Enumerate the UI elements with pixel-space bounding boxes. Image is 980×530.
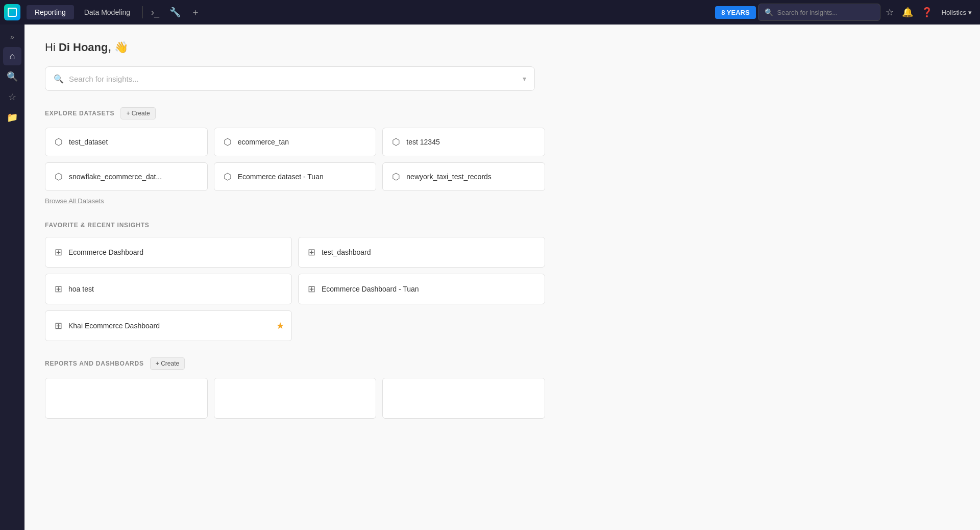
sidebar-item-collections[interactable]: 📁 [3, 108, 21, 127]
star-icon[interactable]: ☆ [883, 5, 897, 20]
reports-dashboards-section: REPORTS AND DASHBOARDS + Create [45, 357, 545, 419]
reports-dashboards-title: REPORTS AND DASHBOARDS [45, 360, 144, 367]
dataset-card-5[interactable]: ⬡ Ecommerce dataset - Tuan [214, 162, 377, 191]
insight-name-2: test_dashboard [322, 248, 371, 256]
main-search-input[interactable] [69, 75, 518, 83]
sidebar-item-favorites[interactable]: ☆ [3, 88, 21, 106]
sidebar-expand-btn[interactable]: » [6, 29, 18, 45]
insight-star-5: ★ [276, 320, 284, 331]
insight-name-1: Ecommerce Dashboard [68, 248, 143, 256]
reports-dashboards-header: REPORTS AND DASHBOARDS + Create [45, 357, 545, 370]
insight-name-4: Ecommerce Dashboard - Tuan [322, 285, 419, 293]
browse-all-datasets-link[interactable]: Browse All Datasets [45, 197, 104, 205]
insight-name-3: hoa test [68, 285, 94, 293]
logo[interactable] [4, 4, 20, 20]
top-search-icon: 🔍 [765, 8, 773, 16]
dataset-card-6[interactable]: ⬡ newyork_taxi_test_records [382, 162, 545, 191]
nav-tab-data-modeling[interactable]: Data Modeling [76, 5, 138, 19]
years-badge[interactable]: 8 YEARS [715, 6, 755, 19]
insight-card-2[interactable]: ⊞ test_dashboard [298, 237, 545, 268]
main-search-bar[interactable]: 🔍 ▾ [45, 66, 535, 91]
main-layout: » ⌂ 🔍 ☆ 📁 Hi Di Hoang, 👋 🔍 ▾ EXPLORE DAT… [0, 25, 980, 530]
insight-card-5[interactable]: ⊞ Khai Ecommerce Dashboard ★ [45, 310, 292, 341]
main-search-icon: 🔍 [54, 74, 64, 84]
main-content: Hi Di Hoang, 👋 🔍 ▾ EXPLORE DATASETS + Cr… [24, 25, 980, 530]
dataset-icon-5: ⬡ [224, 171, 232, 182]
insight-card-3[interactable]: ⊞ hoa test [45, 274, 292, 304]
dataset-card-4[interactable]: ⬡ snowflake_ecommerce_dat... [45, 162, 208, 191]
report-card-3[interactable] [382, 378, 545, 419]
reports-grid [45, 378, 545, 419]
greeting-username: Di Hoang, [59, 41, 111, 54]
report-card-1[interactable] [45, 378, 208, 419]
dataset-card-3[interactable]: ⬡ test 12345 [382, 128, 545, 156]
dataset-icon-2: ⬡ [224, 136, 232, 148]
wrench-icon[interactable]: 🔧 [165, 4, 185, 21]
insight-card-4[interactable]: ⊞ Ecommerce Dashboard - Tuan [298, 274, 545, 304]
insight-icon-4: ⊞ [308, 283, 315, 295]
explore-datasets-section: EXPLORE DATASETS + Create ⬡ test_dataset… [45, 107, 545, 205]
logo-icon [8, 8, 17, 17]
dataset-name-3: test 12345 [406, 138, 439, 146]
create-dataset-button[interactable]: + Create [120, 107, 155, 119]
dataset-grid: ⬡ test_dataset ⬡ ecommerce_tan ⬡ test 12… [45, 128, 545, 191]
dataset-name-2: ecommerce_tan [238, 138, 289, 146]
report-card-2[interactable] [214, 378, 377, 419]
insight-icon-3: ⊞ [55, 283, 62, 295]
dataset-icon-4: ⬡ [55, 171, 63, 182]
insight-name-5: Khai Ecommerce Dashboard [68, 322, 160, 330]
greeting-emoji: 👋 [114, 41, 128, 54]
dataset-card-1[interactable]: ⬡ test_dataset [45, 128, 208, 156]
user-menu-chevron: ▾ [968, 9, 972, 16]
dataset-icon-6: ⬡ [392, 171, 400, 182]
dataset-card-2[interactable]: ⬡ ecommerce_tan [214, 128, 377, 156]
dataset-name-6: newyork_taxi_test_records [406, 173, 492, 181]
explore-datasets-header: EXPLORE DATASETS + Create [45, 107, 545, 119]
favorite-recent-section: FAVORITE & RECENT INSIGHTS ⊞ Ecommerce D… [45, 222, 545, 341]
favorite-recent-header: FAVORITE & RECENT INSIGHTS [45, 222, 545, 229]
sidebar-item-search[interactable]: 🔍 [3, 67, 21, 86]
sidebar: » ⌂ 🔍 ☆ 📁 [0, 25, 24, 530]
top-search-input[interactable] [777, 9, 874, 16]
insight-card-1[interactable]: ⊞ Ecommerce Dashboard [45, 237, 292, 268]
insight-icon-2: ⊞ [308, 247, 315, 258]
favorite-recent-title: FAVORITE & RECENT INSIGHTS [45, 222, 150, 229]
top-search-bar[interactable]: 🔍 [758, 4, 880, 21]
dataset-icon-3: ⬡ [392, 136, 400, 148]
sidebar-item-home[interactable]: ⌂ [3, 47, 21, 65]
help-icon[interactable]: ❓ [918, 5, 936, 20]
user-name-label: Holistics [942, 9, 966, 16]
insight-icon-5: ⊞ [55, 320, 62, 331]
search-dropdown-arrow[interactable]: ▾ [523, 75, 526, 83]
insight-icon-1: ⊞ [55, 247, 62, 258]
bell-icon[interactable]: 🔔 [899, 5, 916, 20]
dataset-name-5: Ecommerce dataset - Tuan [238, 173, 324, 181]
user-menu[interactable]: Holistics ▾ [938, 7, 976, 18]
dataset-name-1: test_dataset [69, 138, 108, 146]
create-report-button[interactable]: + Create [150, 357, 185, 370]
dataset-name-4: snowflake_ecommerce_dat... [69, 173, 162, 181]
greeting-text: Hi Di Hoang, 👋 [45, 41, 960, 54]
dataset-icon-1: ⬡ [55, 136, 63, 148]
top-nav: Reporting Data Modeling ›_ 🔧 ＋ 8 YEARS 🔍… [0, 0, 980, 25]
insights-grid: ⊞ Ecommerce Dashboard ⊞ test_dashboard ⊞… [45, 237, 545, 341]
explore-datasets-title: EXPLORE DATASETS [45, 110, 114, 117]
greeting-hi: Hi [45, 41, 56, 54]
terminal-icon[interactable]: ›_ [147, 4, 163, 21]
add-icon[interactable]: ＋ [187, 3, 204, 21]
nav-divider-1 [142, 6, 143, 18]
nav-tab-reporting[interactable]: Reporting [27, 5, 74, 19]
